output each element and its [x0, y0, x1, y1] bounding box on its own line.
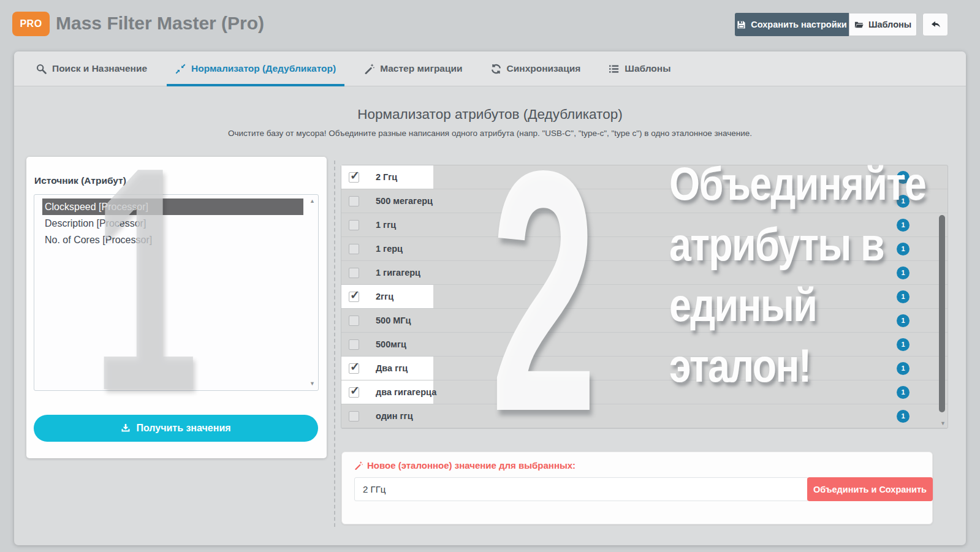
value-row[interactable]: ✓ один ггц 1: [341, 404, 948, 428]
count-badge: 1: [897, 338, 910, 351]
value-checkbox[interactable]: ✓: [349, 316, 359, 326]
checkmark-icon: ✓: [350, 360, 360, 374]
merge-save-button[interactable]: Объединить и Сохранить: [807, 477, 933, 501]
search-icon: [36, 64, 47, 74]
value-row[interactable]: ✓ 500 МГц 1: [341, 309, 948, 333]
floppy-icon: [737, 20, 746, 29]
undo-arrow-icon: [930, 20, 941, 30]
wand-icon: [354, 461, 363, 470]
checkmark-icon: ✓: [350, 168, 360, 183]
value-checkbox[interactable]: ✓: [349, 411, 359, 422]
checkmark-icon: ✓: [350, 384, 360, 398]
count-badge: 1: [897, 171, 910, 184]
value-label: 2ггц: [376, 292, 393, 301]
scroll-down-icon[interactable]: ▼: [310, 381, 315, 387]
value-label: 500мгц: [376, 339, 406, 349]
source-attribute-label: Источник (Атрибут): [34, 175, 126, 186]
checkmark-icon: ✓: [350, 288, 360, 302]
tab-label: Шаблоны: [625, 63, 670, 74]
merge-input-group: Объединить и Сохранить: [354, 477, 933, 501]
tab-label: Поиск и Назначение: [52, 63, 147, 74]
tab-label: Нормализатор (Дедубликатор): [191, 63, 336, 74]
save-settings-button[interactable]: Сохранить настройки: [735, 13, 849, 36]
value-checkbox[interactable]: ✓: [349, 363, 359, 374]
page-title: Нормализатор атрибутов (Дедубликатор): [14, 107, 966, 123]
count-badge: 1: [897, 410, 910, 423]
source-attribute-listbox[interactable]: Clockspeed [Processor] Description [Proc…: [34, 194, 319, 391]
value-row[interactable]: ✓ два гигагерца 1: [341, 380, 948, 404]
value-checkbox[interactable]: ✓: [349, 220, 359, 230]
value-label: 500 мегагерц: [376, 196, 433, 206]
merge-panel: Новое (эталонное) значение для выбранных…: [341, 452, 933, 524]
page-subtitle: Очистите базу от мусора! Объедините разн…: [14, 129, 966, 138]
tab-normalizer[interactable]: Нормализатор (Дедубликатор): [167, 51, 344, 86]
save-settings-label: Сохранить настройки: [751, 20, 846, 29]
value-row[interactable]: ✓ Два ггц 1: [341, 357, 948, 380]
download-icon: [121, 423, 131, 433]
folder-icon: [854, 20, 864, 29]
value-checkbox[interactable]: ✓: [349, 387, 359, 398]
value-checkbox[interactable]: ✓: [349, 292, 359, 302]
count-badge: 1: [897, 219, 910, 232]
listbox-option[interactable]: Clockspeed [Processor]: [42, 198, 303, 215]
value-label: 2 Ггц: [376, 172, 397, 182]
tab-bar: Поиск и Назначение Нормализатор (Дедубли…: [14, 51, 966, 86]
count-badge: 1: [897, 195, 910, 208]
value-checkbox[interactable]: ✓: [349, 268, 359, 278]
merge-label: Новое (эталонное) значение для выбранных…: [354, 460, 575, 471]
count-badge: 1: [897, 267, 910, 279]
app-title: Mass Filter Master (Pro): [56, 13, 264, 34]
listbox-option[interactable]: Description [Processor]: [42, 215, 303, 232]
tab-label: Мастер миграции: [380, 63, 462, 74]
value-checkbox[interactable]: ✓: [349, 244, 359, 254]
wand-icon: [364, 64, 374, 74]
value-checkbox[interactable]: ✓: [349, 339, 359, 350]
value-row[interactable]: ✓ 1 герц 1: [341, 237, 948, 261]
value-checkbox[interactable]: ✓: [349, 172, 359, 183]
etalon-value-input[interactable]: [354, 477, 808, 501]
value-label: два гигагерца: [376, 387, 436, 397]
scroll-up-icon[interactable]: ▲: [310, 198, 315, 204]
tab-search-assign[interactable]: Поиск и Назначение: [28, 51, 156, 86]
pro-badge: PRO: [12, 12, 50, 36]
value-label: один ггц: [376, 411, 413, 421]
value-label: 1 гигагерц: [376, 268, 420, 278]
listbox-option[interactable]: No. of Cores [Processor]: [42, 232, 303, 248]
tab-templates[interactable]: Шаблоны: [600, 51, 679, 86]
count-badge: 1: [897, 290, 910, 303]
value-row[interactable]: ✓ 2ггц 1: [341, 285, 948, 309]
value-row[interactable]: ✓ 1 ггц 1: [341, 213, 948, 237]
drop-zone-divider: [334, 161, 335, 527]
value-label: Два ггц: [376, 363, 408, 373]
value-row[interactable]: ✓ 500мгц 1: [341, 333, 948, 357]
undo-button[interactable]: [922, 13, 948, 36]
value-label: 500 МГц: [376, 316, 411, 325]
list-icon: [609, 64, 619, 74]
get-values-label: Получить значения: [136, 423, 230, 434]
compress-icon: [175, 64, 186, 74]
get-values-button[interactable]: Получить значения: [34, 415, 318, 442]
sync-icon: [491, 64, 501, 74]
tab-migration-master[interactable]: Мастер миграции: [355, 51, 471, 86]
tab-synchronization[interactable]: Синхронизация: [482, 51, 590, 86]
value-checkbox[interactable]: ✓: [349, 196, 359, 206]
value-row[interactable]: ✓ 2 Ггц 1: [341, 165, 948, 189]
templates-button[interactable]: Шаблоны: [849, 13, 917, 36]
value-row[interactable]: ✓ 500 мегагерц 1: [341, 189, 948, 213]
count-badge: 1: [897, 314, 910, 327]
value-row[interactable]: ✓ 1 гигагерц 1: [341, 261, 948, 285]
list-scrollbar-thumb[interactable]: [939, 215, 945, 412]
tab-label: Синхронизация: [507, 63, 581, 74]
count-badge: 1: [897, 362, 910, 375]
scroll-down-icon[interactable]: ▼: [940, 421, 946, 426]
value-label: 1 герц: [376, 244, 403, 254]
count-badge: 1: [897, 386, 910, 399]
count-badge: 1: [897, 243, 910, 255]
merge-label-text: Новое (эталонное) значение для выбранных…: [367, 460, 575, 471]
values-list: ✓ 2 Ггц 1 ✓ 500 мегагерц 1 ✓ 1 ггц 1 ✓ 1…: [341, 165, 948, 429]
value-label: 1 ггц: [376, 220, 396, 230]
templates-label: Шаблоны: [868, 20, 911, 29]
